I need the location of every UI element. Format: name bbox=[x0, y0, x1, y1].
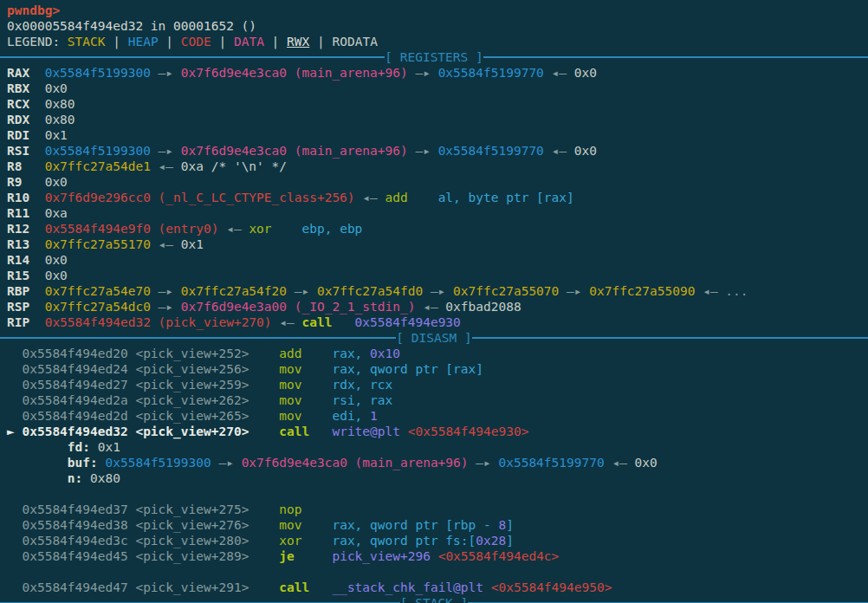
disasm-row: 0x5584f494ed47 <pick_view+291> call __st… bbox=[0, 580, 868, 595]
stack-section-separator: [ STACK ] bbox=[0, 595, 868, 603]
disasm-row: ► 0x5584f494ed32 <pick_view+270> call wr… bbox=[0, 424, 868, 439]
code-pointer: <0x5584f494ed4c> bbox=[438, 549, 560, 563]
plain-text: 0x0 bbox=[574, 66, 597, 80]
plain-text: | bbox=[211, 35, 234, 49]
heap-pointer: 0x5584f5199770 bbox=[438, 66, 544, 80]
argument-name: n: bbox=[68, 471, 82, 485]
plain-text bbox=[408, 191, 438, 204]
argument-name: fd: bbox=[68, 440, 90, 454]
symbol-or-immediate: __stack_chk_fail@plt bbox=[332, 580, 483, 594]
plain-text bbox=[302, 409, 333, 423]
arrow-or-dim-text: ◂— bbox=[544, 66, 574, 80]
arrow-or-dim-text: —▸ bbox=[287, 284, 317, 298]
register-row: RBP 0x7ffc27a54e70 —▸ 0x7ffc27a54f20 —▸ … bbox=[0, 283, 868, 299]
plain-text bbox=[249, 393, 279, 407]
register-row: R8 0x7ffc27a54de1 ◂— 0xa /* '\n' */ bbox=[0, 159, 868, 174]
stack-pointer: 0x7ffc27a54de1 bbox=[45, 159, 151, 173]
mnemonic: add bbox=[385, 191, 408, 204]
plain-text bbox=[7, 580, 22, 594]
heap-pointer: 0x5584f5199770 bbox=[498, 456, 604, 470]
arrow-or-dim-text: 0x5584f494ed24 <pick_view+256> bbox=[22, 362, 249, 376]
data-pointer: DATA bbox=[234, 35, 264, 49]
arrow-or-dim-text: ◂— bbox=[605, 456, 635, 470]
register-name: RCX bbox=[7, 97, 45, 111]
plain-text: 0x0 bbox=[45, 253, 68, 267]
operands: rax, qword ptr [rbp - bbox=[332, 518, 498, 532]
plain-text bbox=[7, 471, 68, 485]
plain-text: 0x80 bbox=[45, 113, 75, 126]
operands: rdx, rcx bbox=[332, 378, 392, 392]
plain-text: 0x1 bbox=[181, 237, 204, 251]
plain-text bbox=[7, 549, 22, 563]
register-row: R14 0x0 bbox=[0, 252, 868, 268]
heap-pointer: 0x5584f5199300 bbox=[106, 456, 211, 470]
operands: rax, bbox=[332, 347, 370, 360]
plain-text bbox=[7, 347, 22, 360]
disasm-row: 0x5584f494ed37 <pick_view+275> nop bbox=[0, 502, 868, 517]
mnemonic: nop bbox=[279, 502, 301, 516]
operands: al, byte ptr [rax] bbox=[438, 191, 574, 204]
plain-text: 0x80 bbox=[45, 97, 75, 111]
disasm-row bbox=[0, 564, 868, 580]
mnemonic: add bbox=[279, 347, 301, 360]
operands: rax, qword ptr fs:[ bbox=[332, 534, 476, 548]
register-row: RBX 0x0 bbox=[0, 81, 868, 96]
plain-text bbox=[302, 347, 333, 360]
registers-section-title: [ REGISTERS ] bbox=[385, 49, 483, 65]
symbol-or-immediate: write@plt bbox=[332, 425, 400, 438]
heap-pointer: 0x5584f5199300 bbox=[45, 66, 151, 80]
plain-text bbox=[7, 534, 22, 548]
plain-text bbox=[302, 518, 333, 532]
arrow-or-dim-text: ◂— bbox=[544, 144, 574, 158]
plain-text bbox=[249, 502, 279, 516]
register-name: RIP bbox=[7, 315, 45, 329]
legend-line: LEGEND: STACK | HEAP | CODE | DATA | RWX… bbox=[0, 34, 868, 49]
plain-text bbox=[302, 362, 333, 376]
mnemonic: mov bbox=[279, 393, 301, 407]
register-name: RSI bbox=[7, 144, 45, 158]
arrow-or-dim-text: 0x5584f494ed47 <pick_view+291> bbox=[22, 580, 249, 594]
arrow-or-dim-text: —▸ bbox=[211, 456, 242, 470]
disasm-row: fd: 0x1 bbox=[0, 439, 868, 455]
arrow-or-dim-text: ◂— bbox=[151, 159, 181, 173]
mnemonic: xor bbox=[249, 222, 271, 236]
plain-text bbox=[249, 534, 279, 548]
plain-text bbox=[7, 409, 22, 423]
arrow-or-dim-text: 0x5584f494ed2a <pick_view+262> bbox=[22, 393, 249, 407]
arrow-or-dim-text: —▸ bbox=[151, 284, 181, 298]
pwndbg-terminal[interactable]: pwndbg> 0x00005584f494ed32 in 00001652 (… bbox=[0, 0, 868, 603]
stack-pointer: 0x7ffc27a55090 bbox=[589, 284, 695, 298]
disasm-row: 0x5584f494ed3c <pick_view+280> xor rax, … bbox=[0, 533, 868, 548]
disasm-row: 0x5584f494ed2a <pick_view+262> mov rsi, … bbox=[0, 392, 868, 408]
stack-pointer: 0x7ffc27a55170 bbox=[45, 237, 151, 251]
register-name: RDI bbox=[7, 128, 45, 142]
register-row: R13 0x7ffc27a55170 ◂— 0x1 bbox=[0, 237, 868, 252]
stack-pointer: 0x7ffc27a54dc0 bbox=[45, 300, 151, 314]
register-name: R12 bbox=[7, 222, 45, 236]
operands: ] bbox=[506, 518, 514, 532]
arrow-or-dim-text: 0x5584f494ed2d <pick_view+265> bbox=[22, 409, 249, 423]
plain-text bbox=[309, 580, 332, 594]
arrow-or-dim-text: —▸ bbox=[151, 300, 181, 314]
register-name: R9 bbox=[7, 175, 45, 189]
arrow-or-dim-text: —▸ bbox=[408, 66, 438, 80]
prompt-line: pwndbg> bbox=[0, 3, 868, 18]
arrow-or-dim-text: —▸ bbox=[151, 144, 181, 158]
plain-text bbox=[249, 425, 279, 438]
stop-location-line: 0x00005584f494ed32 in 00001652 () bbox=[0, 18, 868, 34]
register-row: RCX 0x80 bbox=[0, 96, 868, 112]
register-name: R15 bbox=[7, 269, 45, 282]
plain-text bbox=[249, 549, 279, 563]
plain-text bbox=[7, 440, 68, 454]
mnemonic: xor bbox=[279, 534, 301, 548]
plain-text bbox=[249, 378, 279, 392]
arrow-or-dim-text: ... bbox=[725, 284, 748, 298]
plain-text bbox=[483, 580, 491, 594]
plain-text bbox=[249, 580, 279, 594]
register-row: RSI 0x5584f5199300 —▸ 0x7f6d9e4e3ca0 (ma… bbox=[0, 143, 868, 159]
operands: ] bbox=[506, 534, 514, 548]
register-row: R12 0x5584f494e9f0 (entry0) ◂— xor ebp, … bbox=[0, 221, 868, 237]
code-pointer: 0x5584f494ed32 (pick_view+270) bbox=[45, 315, 272, 329]
plain-text: 0xa bbox=[45, 206, 68, 220]
plain-text: 0xfbad2088 bbox=[445, 300, 521, 314]
